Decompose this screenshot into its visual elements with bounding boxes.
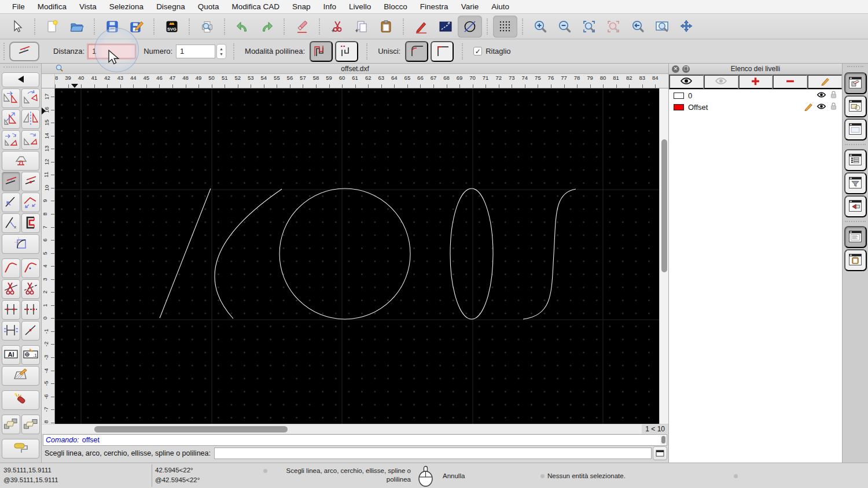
save-button[interactable] bbox=[100, 16, 124, 38]
tool-offset-point[interactable] bbox=[21, 172, 40, 191]
tool-dimension-edit[interactable]: .1 bbox=[21, 345, 40, 365]
horizontal-scrollbar-thumb[interactable] bbox=[94, 426, 288, 432]
tool-move-rotate[interactable] bbox=[2, 130, 20, 150]
layer-row[interactable]: Offset bbox=[669, 101, 842, 113]
tool-trim-extend[interactable] bbox=[2, 193, 20, 212]
drawing-canvas[interactable] bbox=[55, 88, 659, 424]
clip-checkbox[interactable]: ✓ Ritaglio bbox=[473, 47, 510, 56]
tool-divide[interactable]: x bbox=[2, 213, 20, 233]
redo-button[interactable] bbox=[255, 16, 279, 38]
vertical-scrollbar-thumb[interactable] bbox=[661, 139, 667, 272]
undo-button[interactable] bbox=[230, 16, 255, 38]
tool-lengthen[interactable] bbox=[21, 193, 40, 212]
tool-mirror[interactable] bbox=[21, 109, 40, 129]
command-line-dock-button[interactable] bbox=[844, 226, 867, 248]
tool-rotate-two[interactable] bbox=[21, 130, 40, 150]
grid-toggle-button[interactable] bbox=[493, 16, 517, 38]
hide-all-layers-button[interactable] bbox=[704, 75, 738, 89]
detach-panel-button[interactable]: ❐ bbox=[682, 65, 690, 73]
tool-revert-direction[interactable] bbox=[2, 151, 39, 171]
tool-stretch-dashed[interactable] bbox=[21, 300, 40, 320]
paste-button[interactable] bbox=[374, 16, 398, 38]
layer-editable-icon[interactable] bbox=[804, 102, 813, 113]
zoom-selection-button[interactable] bbox=[601, 16, 626, 38]
layer-color-swatch[interactable] bbox=[674, 93, 684, 99]
tool-explode[interactable] bbox=[2, 390, 39, 410]
pencil-tool-button[interactable] bbox=[409, 16, 433, 38]
tool-move[interactable] bbox=[2, 88, 20, 108]
menu-livello[interactable]: Livello bbox=[343, 2, 377, 11]
circle-line-tool-button[interactable] bbox=[458, 16, 482, 38]
offset-tool-button[interactable] bbox=[9, 42, 39, 61]
print-preview-button[interactable] bbox=[195, 16, 219, 38]
distance-input[interactable] bbox=[88, 45, 135, 58]
command-history-dock-button[interactable] bbox=[844, 195, 867, 217]
menu-varie[interactable]: Varie bbox=[455, 2, 486, 11]
command-options-button[interactable] bbox=[653, 446, 667, 460]
menu-modifica[interactable]: Modifica bbox=[31, 2, 73, 11]
tool-corner-fillet-point[interactable] bbox=[21, 258, 40, 278]
clip-checkbox-box[interactable]: ✓ bbox=[473, 47, 482, 56]
tool-fillet-rect[interactable] bbox=[2, 234, 39, 254]
layer-visible-icon[interactable] bbox=[816, 91, 826, 100]
menu-disegna[interactable]: Disegna bbox=[150, 2, 192, 11]
cut-button[interactable] bbox=[325, 16, 350, 38]
layer-lock-icon[interactable] bbox=[830, 102, 837, 112]
command-input[interactable] bbox=[214, 448, 652, 459]
tool-trim-cut-two[interactable] bbox=[21, 279, 40, 299]
tool-trim-cut[interactable] bbox=[2, 279, 20, 299]
tool-text-edit[interactable]: Al bbox=[2, 345, 20, 365]
menu-info[interactable]: Info bbox=[317, 2, 343, 11]
menu-finestra[interactable]: Finestra bbox=[414, 2, 455, 11]
menu-file[interactable]: File bbox=[6, 2, 31, 11]
pointer-button[interactable] bbox=[5, 16, 30, 38]
zoom-window-button[interactable] bbox=[650, 16, 674, 38]
library-browser-dock-button[interactable] bbox=[844, 119, 867, 141]
tool-corner-fillet[interactable] bbox=[2, 258, 20, 278]
number-input[interactable] bbox=[176, 45, 215, 58]
tool-offset[interactable] bbox=[2, 172, 20, 191]
menu-snap[interactable]: Snap bbox=[286, 2, 317, 11]
menu-vista[interactable]: Vista bbox=[73, 2, 103, 11]
layer-list-dock-button[interactable] bbox=[844, 72, 867, 94]
zoom-out-button[interactable] bbox=[553, 16, 577, 38]
remove-layer-button[interactable] bbox=[773, 75, 807, 89]
zoom-auto-button[interactable] bbox=[577, 16, 601, 38]
layer-visible-icon[interactable] bbox=[816, 103, 826, 112]
edit-layer-button[interactable] bbox=[807, 75, 842, 89]
tool-block-edit[interactable] bbox=[2, 415, 20, 434]
open-document-button[interactable] bbox=[65, 16, 89, 38]
new-document-button[interactable] bbox=[41, 16, 65, 38]
layer-lock-icon[interactable] bbox=[830, 90, 837, 101]
layer-color-swatch[interactable] bbox=[674, 104, 684, 110]
tool-rotate[interactable] bbox=[21, 88, 40, 108]
tool-back-button[interactable] bbox=[2, 72, 39, 87]
menu-quota[interactable]: Quota bbox=[192, 2, 226, 11]
tool-paint-attributes[interactable] bbox=[2, 439, 39, 459]
tool-stretch-arrows[interactable] bbox=[2, 321, 20, 341]
zoom-pan-button[interactable] bbox=[674, 16, 698, 38]
menu-aiuto[interactable]: Aiuto bbox=[485, 2, 516, 11]
property-editor-dock-button[interactable] bbox=[844, 149, 867, 171]
vertical-scrollbar[interactable] bbox=[659, 88, 668, 424]
tool-stretch-points[interactable] bbox=[2, 300, 20, 320]
add-layer-button[interactable] bbox=[738, 75, 773, 89]
clipboard-panel-dock-button[interactable] bbox=[844, 249, 867, 271]
coordinate-line-tool-button[interactable] bbox=[433, 16, 458, 38]
zoom-in-button[interactable] bbox=[528, 16, 553, 38]
menu-blocco[interactable]: Blocco bbox=[377, 2, 414, 11]
menu-modifica-cad[interactable]: Modifica CAD bbox=[225, 2, 286, 11]
selection-filter-dock-button[interactable] bbox=[844, 172, 867, 194]
tool-polyline-morph[interactable] bbox=[21, 213, 40, 233]
tool-divide-point[interactable] bbox=[21, 321, 40, 341]
view-previous-button[interactable] bbox=[626, 16, 650, 38]
copy-button[interactable] bbox=[350, 16, 374, 38]
polyline-mode-separate-button[interactable] bbox=[335, 41, 358, 62]
tool-hatch-edit[interactable] bbox=[2, 366, 39, 386]
layer-row[interactable]: 0 bbox=[669, 90, 842, 101]
console-scrollbar[interactable] bbox=[660, 435, 666, 445]
horizontal-scrollbar[interactable] bbox=[55, 424, 642, 434]
show-all-layers-button[interactable] bbox=[669, 75, 704, 89]
svg-export-button[interactable]: SVG bbox=[160, 16, 184, 38]
menu-seleziona[interactable]: Seleziona bbox=[103, 2, 150, 11]
